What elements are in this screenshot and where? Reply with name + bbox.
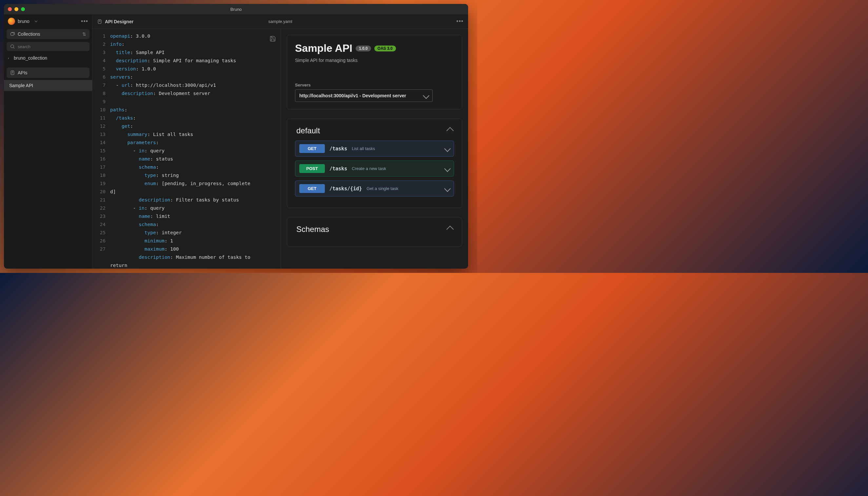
- endpoint-summary: Get a single task: [366, 186, 398, 191]
- endpoint-row[interactable]: POST/tasksCreate a new task: [295, 160, 454, 176]
- api-title: Sample API: [295, 42, 352, 55]
- save-icon[interactable]: [270, 35, 276, 42]
- file-icon: [97, 19, 102, 24]
- svg-rect-4: [98, 20, 101, 24]
- server-select[interactable]: http://localhost:3000/api/v1 - Developme…: [295, 90, 433, 102]
- servers-label: Servers: [295, 82, 454, 88]
- collections-header[interactable]: Collections ⇅: [6, 29, 90, 39]
- schemas-card: Schemas: [287, 217, 462, 247]
- group-title: default: [296, 126, 320, 135]
- endpoints-card: default GET/tasksList all tasksPOST/task…: [287, 119, 462, 208]
- endpoint-row[interactable]: GET/tasks/{id}Get a single task: [295, 181, 454, 197]
- schemas-header[interactable]: Schemas: [295, 225, 454, 234]
- tab-filename: sample.yaml: [269, 19, 292, 24]
- api-item-label: Sample API: [9, 83, 33, 88]
- chevron-down-icon: [444, 185, 451, 192]
- maximize-button[interactable]: [21, 7, 25, 11]
- panes: 1234567891011121314151617181920212223242…: [92, 29, 468, 269]
- sidebar: bruno ••• Collections ⇅ › bruno_collecti…: [4, 14, 92, 269]
- chevron-down-icon: [444, 166, 451, 172]
- code-area[interactable]: openapi: 3.0.0info: title: Sample API de…: [108, 29, 280, 269]
- preview-pane: Sample API 1.0.0 OAS 3.0 Simple API for …: [281, 29, 468, 269]
- sort-icon[interactable]: ⇅: [82, 31, 86, 37]
- brand-name: bruno: [18, 19, 30, 24]
- chevron-right-icon: ›: [8, 56, 11, 60]
- method-badge: GET: [299, 184, 325, 193]
- svg-point-1: [11, 45, 14, 48]
- chevron-down-icon[interactable]: [33, 19, 39, 24]
- bruno-logo-icon: [8, 18, 15, 25]
- method-badge: GET: [299, 144, 325, 153]
- api-icon: [10, 70, 15, 75]
- group-header[interactable]: default: [295, 126, 454, 135]
- search-icon: [10, 44, 15, 49]
- endpoint-list: GET/tasksList all tasksPOST/tasksCreate …: [295, 141, 454, 197]
- api-description: Simple API for managing tasks: [295, 58, 454, 63]
- stack-icon: [10, 31, 15, 37]
- apis-label: APIs: [18, 70, 28, 75]
- title-bar: Bruno: [4, 4, 468, 14]
- version-badge: 1.0.0: [356, 46, 371, 51]
- sidebar-head: bruno •••: [4, 14, 92, 28]
- app-window: Bruno bruno ••• Collections ⇅ › bruno_: [4, 4, 468, 269]
- tab-title: API Designer: [105, 19, 133, 24]
- api-info-card: Sample API 1.0.0 OAS 3.0 Simple API for …: [287, 35, 462, 109]
- minimize-button[interactable]: [14, 7, 18, 11]
- svg-line-2: [13, 47, 14, 48]
- endpoint-summary: Create a new task: [352, 166, 386, 171]
- chevron-up-icon: [446, 127, 454, 135]
- endpoint-row[interactable]: GET/tasksList all tasks: [295, 141, 454, 157]
- chevron-down-icon: [423, 92, 429, 99]
- endpoint-path: /tasks/{id}: [330, 186, 362, 192]
- endpoint-summary: List all tasks: [352, 146, 375, 151]
- tab-left: API Designer: [97, 19, 133, 24]
- svg-rect-3: [11, 71, 14, 75]
- endpoint-path: /tasks: [330, 166, 347, 172]
- collections-label: Collections: [18, 31, 80, 37]
- close-button[interactable]: [8, 7, 12, 11]
- server-value: http://localhost:3000/api/v1 - Developme…: [299, 93, 406, 98]
- collection-name: bruno_collection: [14, 56, 47, 61]
- endpoint-path: /tasks: [330, 146, 347, 152]
- search-input[interactable]: [18, 44, 86, 49]
- content: API Designer sample.yaml ••• 12345678910…: [92, 14, 468, 269]
- code-editor[interactable]: 1234567891011121314151617181920212223242…: [92, 29, 281, 269]
- method-badge: POST: [299, 164, 325, 173]
- line-gutter: 1234567891011121314151617181920212223242…: [92, 29, 108, 269]
- window-title: Bruno: [230, 7, 242, 12]
- sidebar-menu-button[interactable]: •••: [81, 18, 88, 25]
- search-wrap: [6, 42, 90, 51]
- main-row: bruno ••• Collections ⇅ › bruno_collecti…: [4, 14, 468, 269]
- traffic-lights: [8, 7, 25, 11]
- svg-rect-0: [11, 33, 14, 35]
- chevron-up-icon: [446, 226, 454, 233]
- tab-bar: API Designer sample.yaml •••: [92, 14, 468, 29]
- sidebar-item-collection[interactable]: › bruno_collection: [4, 53, 92, 63]
- schemas-label: Schemas: [296, 225, 329, 234]
- chevron-down-icon: [444, 145, 451, 152]
- tab-menu-button[interactable]: •••: [456, 18, 463, 25]
- oas-badge: OAS 3.0: [374, 46, 396, 51]
- apis-header[interactable]: APIs: [6, 67, 90, 78]
- sidebar-item-api-active[interactable]: Sample API: [4, 80, 92, 91]
- api-title-row: Sample API 1.0.0 OAS 3.0: [295, 42, 454, 55]
